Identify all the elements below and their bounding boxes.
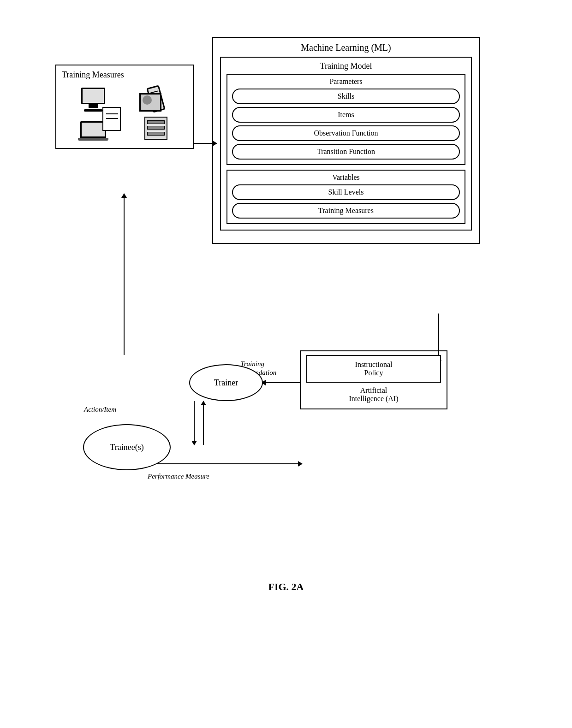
server-row-2 [147,126,165,130]
instructional-policy-box: InstructionalPolicy [306,355,441,383]
training-measures-title: Training Measures [62,70,187,80]
arrow-training-measures-to-ml [194,143,217,144]
figure-label: FIG. 2A [55,581,517,593]
picture-frame-icon [139,93,161,112]
arrow-trainee-to-training-measures [124,194,125,355]
training-model-title: Training Model [226,61,465,71]
monitor-base-icon [84,109,102,112]
picture-icon [139,93,161,112]
server-icon [126,115,185,141]
server-row-1 [147,120,165,124]
icons-area [62,84,187,142]
training-measures-var-box: Training Measures [232,203,460,219]
skills-box: Skills [232,89,460,104]
performance-measure-label: Performance Measure [148,473,209,480]
items-box: Items [232,107,460,123]
server-row-3 [147,132,165,136]
server-body-icon [144,117,167,140]
parameters-section: Parameters Skills Items Observation Func… [226,74,465,165]
variables-label: Variables [232,173,460,182]
transition-function-box: Transition Function [232,144,460,160]
training-measures-box: Training Measures [55,65,194,149]
laptop-base-icon [78,138,108,141]
observation-function-box: Observation Function [232,125,460,141]
monitor-icon [81,88,105,104]
parameters-label: Parameters [232,77,460,86]
ai-label: ArtificialIntelligence (AI) [306,386,441,403]
skill-levels-box: Skill Levels [232,184,460,200]
doc-paper-icon [102,107,121,131]
trainer-ellipse: Trainer [189,364,263,401]
arrow-trainer-to-trainee [194,401,195,445]
action-item-label: Action/Item [84,406,116,414]
ml-box: Machine Learning (ML) Training Model Par… [212,37,480,244]
trainee-ellipse: Trainee(s) [83,424,171,470]
document-icon [102,107,121,131]
arrow-ai-to-trainer [262,382,300,383]
arrow-trainee-up-to-trainer [203,401,204,445]
ml-box-title: Machine Learning (ML) [220,42,472,53]
variables-section: Variables Skill Levels Training Measures [226,170,465,224]
training-model-box: Training Model Parameters Skills Items O… [220,57,472,231]
ai-box: InstructionalPolicy ArtificialIntelligen… [300,350,447,409]
